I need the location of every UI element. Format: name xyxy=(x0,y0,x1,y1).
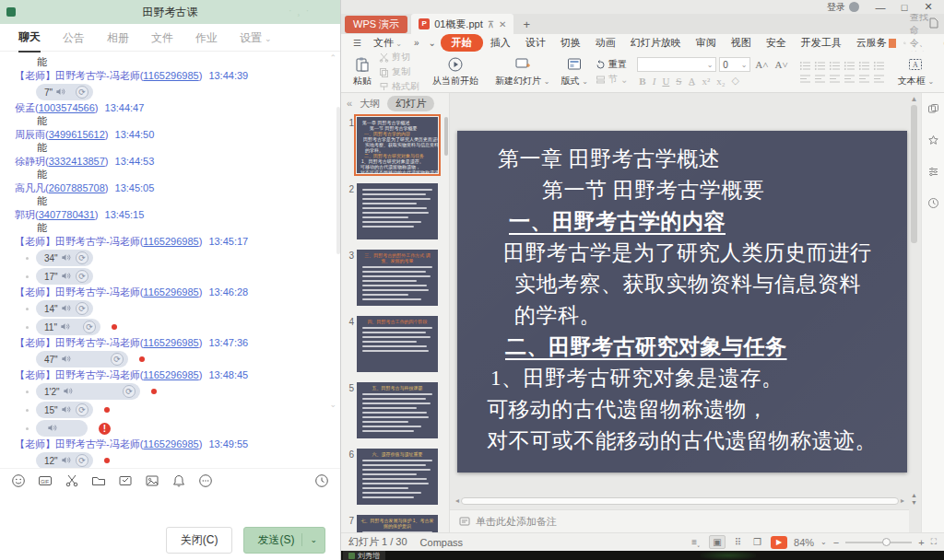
voice-message-bubble[interactable]: 47"⟳ xyxy=(36,351,128,368)
chat-tab-作业[interactable]: 作业 xyxy=(195,24,218,52)
slide-text-line[interactable]: 实地考察、获取实物资料与信息资料 xyxy=(485,269,907,300)
sender-qq-link[interactable]: 1165296985 xyxy=(143,70,198,81)
sender-qq-link[interactable]: 1003574566 xyxy=(39,102,95,113)
zoom-in-button[interactable]: + xyxy=(918,537,924,548)
clear-format-icon[interactable]: ◇ xyxy=(730,75,741,87)
message-history-clock-icon[interactable] xyxy=(314,473,329,488)
slide-thumbnail-list[interactable]: 1第一章 田野考古学概述第一节 田野考古学概要一、田野考古学的内容田野考古学是为… xyxy=(341,113,449,532)
vertical-scroll-thumb[interactable] xyxy=(911,105,917,243)
bullet-list-icon[interactable] xyxy=(799,61,811,71)
horizontal-scrollbar[interactable]: ◂ ▸ xyxy=(455,496,904,505)
sender-qq-link[interactable]: 3499615612 xyxy=(49,129,105,140)
scroll-left-arrow-icon[interactable]: ◂ xyxy=(455,496,459,505)
sender-qq-link[interactable]: 1165296985 xyxy=(143,337,198,348)
voice-to-text-icon[interactable]: ⟳ xyxy=(76,86,88,99)
paragraph-settings-icon[interactable] xyxy=(873,74,885,84)
bold-icon[interactable]: B xyxy=(637,76,647,87)
slide-text-line[interactable]: 第一章 田野考古学概述 xyxy=(485,144,907,175)
align-right-icon[interactable] xyxy=(829,74,841,84)
voice-message-bubble[interactable]: 11"⟳ xyxy=(36,319,100,335)
menu-云服务[interactable]: 云服务 xyxy=(849,35,903,51)
slide-text-line[interactable]: 二、田野考古研究对象与任务 xyxy=(485,332,907,363)
reset-button[interactable]: 重置 xyxy=(596,58,628,71)
normal-view-icon[interactable]: ▣ xyxy=(709,535,725,549)
slide-text-line[interactable]: 的学科。 xyxy=(485,300,907,332)
menu-设计[interactable]: 设计 xyxy=(518,35,553,51)
slideshow-play-button[interactable]: ▶ xyxy=(771,536,787,549)
close-window-button[interactable]: ✕ xyxy=(916,1,940,13)
chat-tab-公告[interactable]: 公告 xyxy=(63,24,85,52)
slide-nav-buttons[interactable]: ▲▼ xyxy=(909,492,919,507)
voice-to-text-icon[interactable]: ⟳ xyxy=(76,270,88,283)
layout-button[interactable]: 版式 ⌄ xyxy=(557,56,591,88)
menu-审阅[interactable]: 审阅 xyxy=(689,35,724,51)
nudge-bell-icon[interactable] xyxy=(171,473,186,488)
chat-tab-相册[interactable]: 相册 xyxy=(107,24,129,52)
font-family-select[interactable]: ⌄ xyxy=(637,57,716,72)
voice-to-text-icon[interactable]: ⟳ xyxy=(111,353,124,366)
sender-qq-link[interactable]: 3332413857 xyxy=(49,156,105,167)
textbox-button[interactable]: A 文本框 ⌄ xyxy=(894,56,938,88)
voice-message-bubble[interactable]: 1'2"⟳ xyxy=(36,383,140,400)
voice-message-bubble[interactable]: 15"⟳ xyxy=(36,402,93,418)
login-chip[interactable]: 登录 xyxy=(827,1,859,14)
scroll-up-icon[interactable]: ⌃ xyxy=(329,53,336,63)
numbered-list-icon[interactable] xyxy=(814,61,826,71)
send-failed-icon[interactable]: ! xyxy=(99,423,111,435)
slide-thumbnail[interactable]: 六、遗存价值与遗址重要 xyxy=(357,449,438,505)
tab-slides[interactable]: 幻灯片 xyxy=(387,96,434,111)
send-button[interactable]: 发送(S) ⌄ xyxy=(243,527,325,554)
animation-star-icon[interactable] xyxy=(927,134,939,150)
zoom-slider[interactable] xyxy=(845,542,912,543)
font-size-select[interactable]: 0⌄ xyxy=(719,57,750,72)
chat-tab-聊天[interactable]: 聊天 xyxy=(18,23,41,52)
slide-text-line[interactable]: 一、田野考古学的内容 xyxy=(485,206,907,238)
settings-sliders-icon[interactable] xyxy=(927,165,939,181)
slide-text-line[interactable]: 对不可或不能移动的古代遗留物称遗迹。 xyxy=(485,426,907,457)
menu-开始[interactable]: 开始 xyxy=(441,34,483,52)
slide-thumbnail[interactable]: 四、田野考古工作的四个阶段 xyxy=(357,316,438,372)
zoom-level[interactable]: 84% xyxy=(794,537,814,548)
format-painter-button[interactable]: 格式刷 xyxy=(379,80,419,93)
menu-切换[interactable]: 切换 xyxy=(553,35,588,51)
slide-thumbnail[interactable]: 五、田野考古与科技课题 xyxy=(357,382,438,438)
decrease-font-icon[interactable]: A˅ xyxy=(773,59,790,70)
screen-share-icon[interactable] xyxy=(118,473,133,488)
font-color-icon[interactable]: A̲ xyxy=(686,76,697,87)
increase-font-icon[interactable]: A˄ xyxy=(753,59,770,70)
voice-message-bubble[interactable]: 7"⟳ xyxy=(36,84,93,100)
new-tab-button[interactable]: + xyxy=(523,18,530,31)
sender-qq-link[interactable]: 2607885708 xyxy=(49,182,105,193)
menu-插入[interactable]: 插入 xyxy=(483,35,518,51)
slide-edit-area[interactable]: 第一章 田野考古学概述第一节 田野考古学概要一、田野考古学的内容田野考古学是为了… xyxy=(450,93,921,532)
italic-icon[interactable]: I xyxy=(651,76,658,87)
slide-thumbnail[interactable] xyxy=(357,183,438,239)
save-caret-icon[interactable]: ⌄ xyxy=(423,38,440,48)
voice-message-bubble[interactable]: 17"⟳ xyxy=(36,268,93,285)
slide-thumbnail[interactable]: 第一章 田野考古学概述第一节 田野考古学概要一、田野考古学的内容田野考古学是为了… xyxy=(357,117,438,173)
subscript-icon[interactable]: x₂ xyxy=(714,76,726,87)
history-clock-icon[interactable] xyxy=(927,196,939,213)
properties-icon[interactable] xyxy=(927,102,939,119)
file-folder-icon[interactable] xyxy=(91,473,106,488)
chat-tab-文件[interactable]: 文件 xyxy=(151,24,173,52)
menu-动画[interactable]: 动画 xyxy=(588,35,623,51)
slide-thumbnail[interactable]: 三、田野考古的野外工作方式 调查、发掘的考量 xyxy=(357,250,438,306)
hamburger-menu-icon[interactable]: ☰ xyxy=(348,38,366,48)
zoom-caret-icon[interactable]: ⌄ xyxy=(820,538,827,546)
sender-qq-link[interactable]: 1165296985 xyxy=(143,286,198,298)
paste-button[interactable]: 粘贴 xyxy=(349,56,375,88)
reading-view-icon[interactable]: ❐ xyxy=(750,536,764,548)
slide-text-line[interactable]: 田野考古学是为了研究人类历史而进行 xyxy=(485,238,907,269)
voice-message-bubble[interactable]: 14"⟳ xyxy=(36,300,93,317)
slide-text-line[interactable]: 第一节 田野考古学概要 xyxy=(485,175,907,206)
vertical-scrollbar[interactable]: ▲ xyxy=(909,95,919,484)
sender-qq-link[interactable]: 1165296985 xyxy=(143,369,198,380)
minimize-button[interactable]: — xyxy=(868,2,892,13)
more-toolbars-icon[interactable]: » xyxy=(409,38,424,48)
superscript-icon[interactable]: x² xyxy=(700,76,712,87)
text-direction-icon[interactable] xyxy=(873,61,885,71)
slide-text-line[interactable]: 1、田野考古研究对象是遗存。 xyxy=(485,363,907,394)
chat-message-list[interactable]: ⌃ ⌄ 能【老师】田野考古学-冯老师(1165296985)13:44:397"… xyxy=(0,52,340,468)
horizontal-scroll-thumb[interactable] xyxy=(461,497,899,505)
